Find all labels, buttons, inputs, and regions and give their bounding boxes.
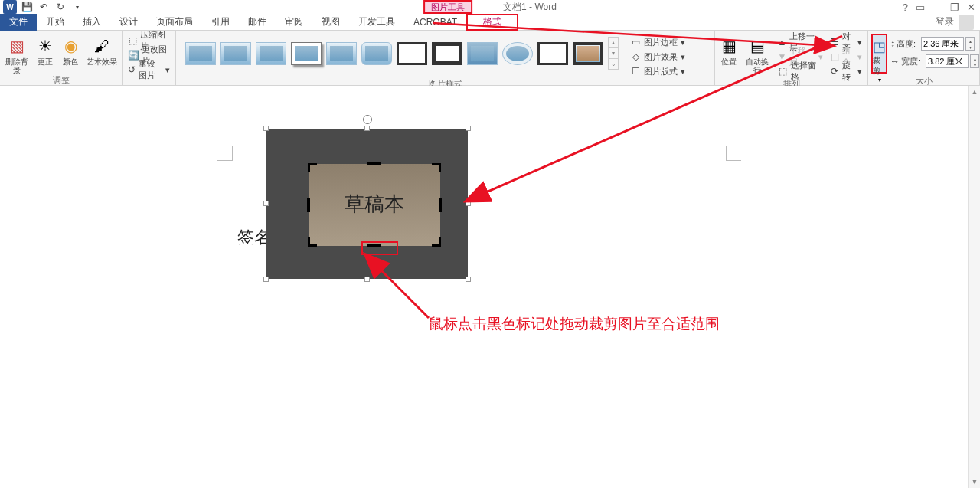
- selection-icon: ⬚: [778, 66, 788, 77]
- word-icon: W: [3, 0, 17, 14]
- forward-icon: ▲: [778, 37, 787, 47]
- crop-handle[interactable]: [368, 162, 381, 165]
- tab-format[interactable]: 格式: [466, 14, 518, 31]
- height-spinner[interactable]: ▴▾: [965, 37, 975, 51]
- resize-handle[interactable]: [263, 201, 269, 206]
- style-thumb[interactable]: [537, 42, 568, 65]
- picture-border-button[interactable]: ▭图片边框 ▾: [628, 35, 688, 49]
- account-icon[interactable]: [959, 15, 974, 30]
- layout-icon: ☐: [630, 66, 641, 77]
- height-input[interactable]: [921, 37, 964, 51]
- tab-references[interactable]: 引用: [202, 14, 239, 31]
- crop-button[interactable]: ◳ 裁剪 ▾: [871, 34, 887, 74]
- resize-handle[interactable]: [263, 126, 269, 131]
- tab-file[interactable]: 文件: [0, 14, 37, 31]
- width-label: 宽度:: [901, 56, 924, 67]
- ribbon-tabs: 文件 开始 插入 设计 页面布局 引用 邮件 审阅 视图 开发工具 ACROBA…: [0, 14, 980, 31]
- tab-view[interactable]: 视图: [312, 14, 349, 31]
- remove-background-button[interactable]: ▧ 删除背景: [3, 32, 31, 74]
- resize-handle[interactable]: [364, 126, 370, 131]
- crop-handle[interactable]: [432, 163, 441, 172]
- corrections-button[interactable]: ☀ 更正: [34, 32, 57, 66]
- style-thumb[interactable]: [397, 42, 427, 65]
- minimize-icon[interactable]: —: [933, 2, 942, 13]
- login-link[interactable]: 登录: [936, 15, 954, 28]
- group-icon: ◫: [831, 51, 839, 62]
- crop-handle[interactable]: [439, 198, 442, 212]
- rotate-handle[interactable]: [363, 115, 372, 124]
- picture-tools-tab[interactable]: 图片工具: [423, 0, 472, 14]
- document-page[interactable]: 签名： 草稿本 鼠标点击黑色标记处拖动: [130, 101, 842, 484]
- style-thumb[interactable]: [467, 42, 498, 65]
- image-text: 草稿本: [345, 190, 404, 217]
- width-input[interactable]: [926, 54, 969, 68]
- annotation-text: 鼠标点击黑色标记处拖动裁剪图片至合适范围: [429, 314, 720, 334]
- wrap-text-button[interactable]: ▤ 自动换行: [743, 32, 773, 74]
- vertical-scrollbar[interactable]: ▲ ▼: [968, 86, 980, 488]
- title-bar: W 💾 ↶ ↻ ▾ 图片工具 文档1 - Word ? ▭ — ❐ ✕: [0, 0, 980, 14]
- tab-home[interactable]: 开始: [37, 14, 74, 31]
- crop-handle[interactable]: [308, 237, 317, 247]
- selected-image[interactable]: 草稿本: [266, 129, 468, 279]
- style-thumb[interactable]: [291, 42, 322, 65]
- crop-icon: ◳: [873, 38, 886, 55]
- tab-layout[interactable]: 页面布局: [147, 14, 202, 31]
- style-thumb[interactable]: [220, 42, 251, 65]
- style-thumb[interactable]: [256, 42, 286, 65]
- margin-mark: [217, 146, 233, 161]
- scroll-up-icon[interactable]: ▲: [969, 86, 980, 98]
- brush-icon: 🖌: [91, 35, 113, 57]
- qat-more-icon[interactable]: ▾: [70, 0, 84, 14]
- tab-mailings[interactable]: 邮件: [239, 14, 276, 31]
- reset-picture-button[interactable]: ↺重设图片 ▾: [126, 63, 172, 77]
- tab-design[interactable]: 设计: [110, 14, 147, 31]
- color-button[interactable]: ◉ 颜色: [60, 32, 82, 66]
- width-icon: ↔: [890, 56, 900, 67]
- annotation-box: [361, 241, 398, 255]
- style-thumb[interactable]: [573, 42, 603, 65]
- swap-icon: 🔄: [128, 50, 139, 61]
- resize-handle[interactable]: [263, 277, 269, 282]
- tab-developer[interactable]: 开发工具: [349, 14, 404, 31]
- resize-handle[interactable]: [466, 126, 471, 131]
- backward-icon: ▼: [778, 51, 787, 62]
- picture-effects-button[interactable]: ◇图片效果 ▾: [628, 50, 688, 64]
- ribbon-options-icon[interactable]: ▭: [916, 2, 925, 13]
- style-thumb[interactable]: [502, 42, 533, 65]
- height-icon: ↕: [890, 38, 895, 49]
- redo-icon[interactable]: ↻: [54, 0, 67, 14]
- style-thumb[interactable]: [361, 42, 392, 65]
- crop-handle[interactable]: [432, 237, 441, 247]
- style-thumb[interactable]: [185, 42, 216, 65]
- save-icon[interactable]: 💾: [20, 0, 34, 14]
- style-thumb[interactable]: [326, 42, 357, 65]
- resize-handle[interactable]: [466, 277, 471, 282]
- tab-insert[interactable]: 插入: [74, 14, 110, 31]
- restore-icon[interactable]: ❐: [950, 2, 959, 13]
- picture-layout-button[interactable]: ☐图片版式 ▾: [628, 64, 688, 78]
- rotate-button[interactable]: ⟳旋转 ▾: [828, 64, 864, 78]
- rotate-icon: ⟳: [831, 66, 839, 77]
- size-group-label: 大小: [916, 75, 933, 87]
- tab-review[interactable]: 审阅: [276, 14, 312, 31]
- width-spinner[interactable]: ▴▾: [970, 54, 979, 68]
- sun-icon: ☀: [34, 35, 56, 57]
- artistic-button[interactable]: 🖌 艺术效果: [85, 32, 119, 66]
- crop-handle[interactable]: [308, 163, 317, 172]
- reset-icon: ↺: [128, 64, 136, 75]
- style-thumb[interactable]: [432, 42, 462, 65]
- crop-handle[interactable]: [307, 198, 310, 212]
- scroll-down-icon[interactable]: ▼: [969, 476, 980, 488]
- undo-icon[interactable]: ↶: [37, 0, 51, 14]
- help-icon[interactable]: ?: [903, 2, 908, 13]
- selection-pane-button[interactable]: ⬚选择窗格: [776, 64, 825, 78]
- resize-handle[interactable]: [466, 201, 471, 206]
- gallery-scroll[interactable]: ▴▾⌄: [608, 37, 619, 70]
- crop-region[interactable]: 草稿本: [309, 164, 440, 246]
- height-label: 高度:: [897, 38, 920, 50]
- picture-styles-gallery[interactable]: ▴▾⌄: [179, 32, 625, 70]
- close-icon[interactable]: ✕: [967, 2, 975, 13]
- resize-handle[interactable]: [364, 277, 370, 282]
- position-button[interactable]: ▦ 位置: [718, 32, 740, 66]
- tab-acrobat[interactable]: ACROBAT: [404, 14, 466, 31]
